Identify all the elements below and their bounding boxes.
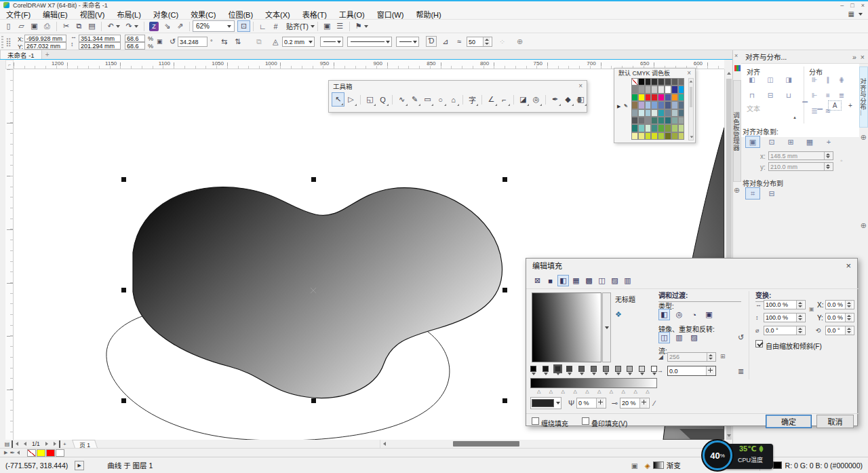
connector-tool[interactable]: ⌐	[498, 92, 511, 107]
mirror-horizontal-icon[interactable]: ⇆	[221, 37, 227, 46]
color-swatch[interactable]	[638, 101, 645, 109]
quick-customize-icon[interactable]: ⊕	[861, 221, 867, 230]
align-baseline-icon[interactable]: ▁	[813, 100, 827, 111]
menu-item-1[interactable]: 文件(F)	[0, 9, 37, 20]
first-page-button[interactable]	[12, 440, 20, 448]
minimize-icon[interactable]: –	[840, 2, 844, 9]
align-left-icon[interactable]: ◧	[745, 75, 759, 85]
distribute-center-h-icon[interactable]: ∥	[821, 75, 835, 85]
color-swatch[interactable]	[678, 109, 685, 117]
app-launcher-icon[interactable]: Z	[149, 22, 159, 31]
close-icon[interactable]: ×	[734, 52, 738, 59]
color-swatch[interactable]	[671, 86, 678, 93]
gradient-stop[interactable]	[615, 366, 621, 372]
gradient-stop[interactable]	[555, 366, 561, 372]
no-fill-icon[interactable]: ⊠	[532, 275, 543, 286]
zoom-level-combo[interactable]: 62%	[193, 20, 235, 32]
object-width-field[interactable]: 351.344 mm	[79, 35, 121, 42]
doc-color-swatch[interactable]	[37, 449, 45, 457]
midpoint-marker[interactable]: △	[585, 389, 589, 394]
menu-item-6[interactable]: 效果(C)	[184, 9, 222, 20]
texture-fill-icon[interactable]: ▨	[609, 275, 620, 286]
menu-item-8[interactable]: 文本(X)	[259, 9, 296, 20]
smooth-transition-icon[interactable]: ≣	[738, 367, 744, 376]
align-center-v-icon[interactable]: ⊟	[764, 90, 777, 100]
macro-manager-icon[interactable]: ☰	[334, 20, 347, 32]
midpoint-marker[interactable]: △	[537, 389, 540, 394]
color-swatch[interactable]	[631, 132, 638, 140]
align-bottom-icon[interactable]: ⊔	[782, 90, 795, 100]
close-icon[interactable]: ×	[578, 82, 583, 90]
node-transparency-field[interactable]: 0 %	[576, 398, 606, 409]
color-swatch[interactable]	[651, 109, 658, 117]
color-swatch[interactable]	[665, 109, 671, 117]
default-fountain-icon[interactable]: ◫	[658, 332, 670, 343]
midpoint-marker[interactable]: △	[633, 389, 637, 394]
arrowhead-start-combo[interactable]	[320, 37, 343, 47]
flyout-icon[interactable]: ▶	[4, 450, 7, 455]
smoothness-field[interactable]: 50	[467, 37, 492, 47]
color-swatch[interactable]	[658, 117, 665, 124]
ellipse-tool[interactable]: ○	[434, 92, 447, 107]
docker-tab-palette-manager[interactable]: 调色板管理器	[733, 80, 741, 182]
menu-item-9[interactable]: 表格(T)	[296, 9, 333, 20]
fill-width-field[interactable]: 100.0 %	[764, 300, 806, 309]
conical-fountain-icon[interactable]: ◔	[688, 309, 700, 320]
export-icon[interactable]: ⇗	[174, 20, 186, 32]
close-icon[interactable]: ×	[846, 261, 851, 271]
ruler-origin[interactable]: ⌐	[5, 60, 14, 69]
snapshot-icon[interactable]: ▣	[631, 461, 638, 470]
midpoint-marker[interactable]: △	[561, 389, 565, 394]
color-swatch[interactable]	[665, 132, 671, 140]
color-swatch[interactable]	[638, 109, 645, 117]
toolbox-title-bar[interactable]: 工具箱 ×	[329, 81, 587, 91]
gradient-stop[interactable]	[639, 366, 645, 372]
color-swatch[interactable]	[651, 132, 658, 140]
elliptical-fountain-icon[interactable]: ◎	[673, 309, 685, 320]
color-swatch[interactable]	[638, 94, 645, 101]
rotation-angle-field[interactable]: 34.248	[178, 37, 208, 47]
distribute-extent-page-icon[interactable]: ⊟	[764, 187, 779, 200]
color-swatch[interactable]	[645, 109, 652, 117]
color-swatch[interactable]	[631, 117, 638, 124]
align-to-grid-icon[interactable]: ▦	[802, 136, 817, 148]
color-swatch[interactable]	[658, 94, 665, 101]
align-bounding-box-icon[interactable]: A	[828, 100, 842, 111]
align-top-icon[interactable]: ⊓	[745, 90, 759, 100]
distribute-extent-selection-icon[interactable]: ⌗	[745, 187, 760, 200]
crop-tool[interactable]: ◱	[363, 92, 376, 107]
fill-x-field[interactable]: 0.0 %	[825, 300, 854, 309]
color-swatch[interactable]	[665, 124, 671, 132]
color-swatch[interactable]	[671, 101, 678, 109]
color-swatch[interactable]	[665, 78, 671, 86]
object-details-button[interactable]: ▶	[75, 461, 84, 470]
workspace-switcher-icon[interactable]: ▦	[848, 10, 854, 18]
open-icon[interactable]: ▱	[15, 20, 28, 32]
menu-item-5[interactable]: 对象(C)	[147, 9, 184, 20]
quick-customize-icon[interactable]: ⊕	[734, 186, 740, 195]
color-swatch[interactable]	[671, 132, 678, 140]
shape-tool[interactable]: ▷	[344, 92, 357, 107]
color-swatch[interactable]	[645, 78, 652, 86]
color-swatch[interactable]	[665, 94, 671, 101]
color-swatch[interactable]	[651, 117, 658, 124]
overprint-fill-checkbox[interactable]	[582, 417, 589, 425]
collapse-section-icon[interactable]: ▲	[793, 115, 797, 119]
distribute-right-icon[interactable]: ⊩	[808, 90, 821, 100]
gradient-stop[interactable]	[566, 366, 572, 372]
align-to-active-object-icon[interactable]: ▣	[745, 136, 760, 148]
color-swatch[interactable]	[638, 117, 645, 124]
artistic-media-tool[interactable]: ✎	[408, 92, 421, 107]
polygon-tool[interactable]: ⌂	[447, 92, 460, 107]
page-tab[interactable]: 页 1	[72, 440, 97, 448]
line-style-combo[interactable]	[347, 37, 392, 47]
gradient-stop[interactable]	[530, 366, 536, 372]
color-swatch[interactable]	[651, 78, 658, 86]
menu-item-2[interactable]: 编辑(E)	[37, 9, 74, 20]
x-position-field[interactable]: -959.928 mm	[24, 35, 66, 42]
palette-manager-icon[interactable]	[734, 65, 741, 71]
color-swatch[interactable]	[638, 78, 645, 86]
palette-eyedropper-icon[interactable]: ✒	[622, 102, 630, 110]
color-swatch[interactable]	[645, 101, 652, 109]
specify-point-icon[interactable]: ◦	[840, 157, 843, 164]
